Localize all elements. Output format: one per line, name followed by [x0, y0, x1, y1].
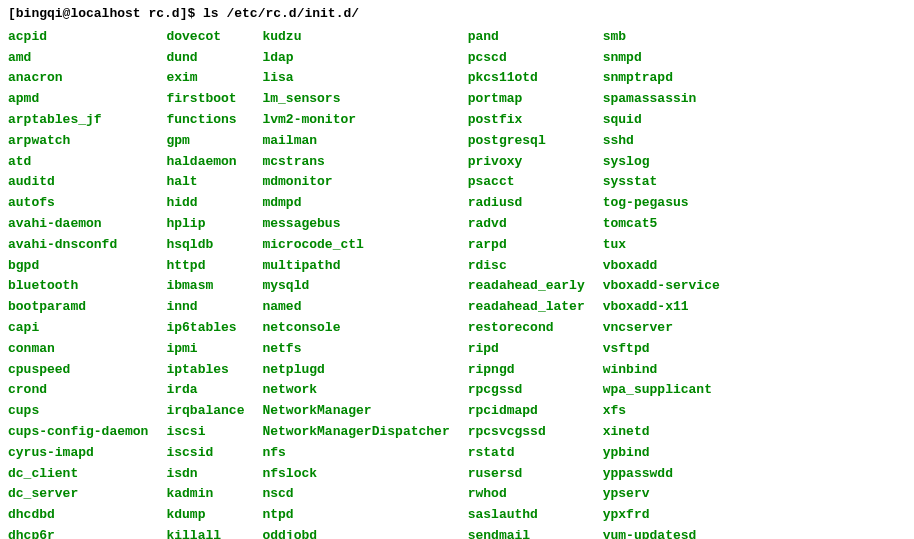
- file-entry: tog-pegasus: [603, 193, 720, 214]
- file-entry: ip6tables: [166, 318, 244, 339]
- file-entry: pkcs11otd: [468, 68, 585, 89]
- file-entry: ldap: [262, 48, 449, 69]
- file-entry: halt: [166, 172, 244, 193]
- file-entry: wpa_supplicant: [603, 380, 720, 401]
- file-entry: yppasswdd: [603, 464, 720, 485]
- file-column: dovecotdundeximfirstbootfunctionsgpmhald…: [166, 27, 262, 539]
- file-entry: anacron: [8, 68, 148, 89]
- file-entry: irqbalance: [166, 401, 244, 422]
- file-entry: tomcat5: [603, 214, 720, 235]
- file-entry: dhcdbd: [8, 505, 148, 526]
- file-entry: nscd: [262, 484, 449, 505]
- file-entry: vboxadd-service: [603, 276, 720, 297]
- file-entry: cups: [8, 401, 148, 422]
- file-entry: netfs: [262, 339, 449, 360]
- file-entry: network: [262, 380, 449, 401]
- file-entry: cyrus-imapd: [8, 443, 148, 464]
- file-entry: squid: [603, 110, 720, 131]
- file-entry: sendmail: [468, 526, 585, 539]
- file-entry: ipmi: [166, 339, 244, 360]
- file-entry: functions: [166, 110, 244, 131]
- file-entry: httpd: [166, 256, 244, 277]
- file-entry: vncserver: [603, 318, 720, 339]
- file-entry: avahi-daemon: [8, 214, 148, 235]
- file-column: smbsnmpdsnmptrapdspamassassinsquidsshdsy…: [603, 27, 738, 539]
- file-entry: readahead_early: [468, 276, 585, 297]
- file-entry: ibmasm: [166, 276, 244, 297]
- file-entry: dund: [166, 48, 244, 69]
- file-entry: hplip: [166, 214, 244, 235]
- file-entry: syslog: [603, 152, 720, 173]
- file-entry: amd: [8, 48, 148, 69]
- file-entry: dhcp6r: [8, 526, 148, 539]
- file-entry: sysstat: [603, 172, 720, 193]
- file-entry: firstboot: [166, 89, 244, 110]
- file-entry: xfs: [603, 401, 720, 422]
- file-entry: mdmonitor: [262, 172, 449, 193]
- file-entry: ripngd: [468, 360, 585, 381]
- file-entry: yum-updatesd: [603, 526, 720, 539]
- file-entry: privoxy: [468, 152, 585, 173]
- file-entry: rpcgssd: [468, 380, 585, 401]
- file-entry: readahead_later: [468, 297, 585, 318]
- file-entry: gpm: [166, 131, 244, 152]
- shell-prompt: [bingqi@localhost rc.d]$: [8, 6, 203, 21]
- ls-output: acpidamdanacronapmdarptables_jfarpwatcha…: [8, 27, 906, 539]
- file-entry: lvm2-monitor: [262, 110, 449, 131]
- file-entry: ypserv: [603, 484, 720, 505]
- file-entry: cups-config-daemon: [8, 422, 148, 443]
- file-entry: iptables: [166, 360, 244, 381]
- file-entry: spamassassin: [603, 89, 720, 110]
- file-entry: named: [262, 297, 449, 318]
- file-entry: nfslock: [262, 464, 449, 485]
- file-entry: haldaemon: [166, 152, 244, 173]
- file-entry: arpwatch: [8, 131, 148, 152]
- file-entry: NetworkManager: [262, 401, 449, 422]
- file-entry: kudzu: [262, 27, 449, 48]
- file-entry: postfix: [468, 110, 585, 131]
- file-entry: rstatd: [468, 443, 585, 464]
- file-entry: NetworkManagerDispatcher: [262, 422, 449, 443]
- file-entry: snmptrapd: [603, 68, 720, 89]
- file-entry: ripd: [468, 339, 585, 360]
- file-entry: postgresql: [468, 131, 585, 152]
- file-entry: restorecond: [468, 318, 585, 339]
- file-entry: psacct: [468, 172, 585, 193]
- file-entry: hidd: [166, 193, 244, 214]
- file-entry: mailman: [262, 131, 449, 152]
- file-entry: dc_server: [8, 484, 148, 505]
- file-entry: ypxfrd: [603, 505, 720, 526]
- file-entry: killall: [166, 526, 244, 539]
- file-entry: lisa: [262, 68, 449, 89]
- file-entry: avahi-dnsconfd: [8, 235, 148, 256]
- file-entry: netconsole: [262, 318, 449, 339]
- file-entry: messagebus: [262, 214, 449, 235]
- file-entry: hsqldb: [166, 235, 244, 256]
- file-entry: iscsid: [166, 443, 244, 464]
- file-entry: rdisc: [468, 256, 585, 277]
- file-column: pandpcscdpkcs11otdportmappostfixpostgres…: [468, 27, 603, 539]
- file-entry: bgpd: [8, 256, 148, 277]
- file-entry: pand: [468, 27, 585, 48]
- file-entry: rarpd: [468, 235, 585, 256]
- file-entry: portmap: [468, 89, 585, 110]
- file-entry: rwhod: [468, 484, 585, 505]
- file-entry: xinetd: [603, 422, 720, 443]
- file-entry: vboxadd-x11: [603, 297, 720, 318]
- shell-command: ls /etc/rc.d/init.d/: [203, 6, 359, 21]
- file-entry: smb: [603, 27, 720, 48]
- file-entry: radvd: [468, 214, 585, 235]
- file-entry: acpid: [8, 27, 148, 48]
- file-entry: multipathd: [262, 256, 449, 277]
- file-entry: crond: [8, 380, 148, 401]
- file-entry: saslauthd: [468, 505, 585, 526]
- file-entry: autofs: [8, 193, 148, 214]
- file-entry: kadmin: [166, 484, 244, 505]
- file-column: acpidamdanacronapmdarptables_jfarpwatcha…: [8, 27, 166, 539]
- file-entry: auditd: [8, 172, 148, 193]
- file-entry: rusersd: [468, 464, 585, 485]
- file-entry: snmpd: [603, 48, 720, 69]
- file-entry: microcode_ctl: [262, 235, 449, 256]
- file-entry: pcscd: [468, 48, 585, 69]
- file-entry: lm_sensors: [262, 89, 449, 110]
